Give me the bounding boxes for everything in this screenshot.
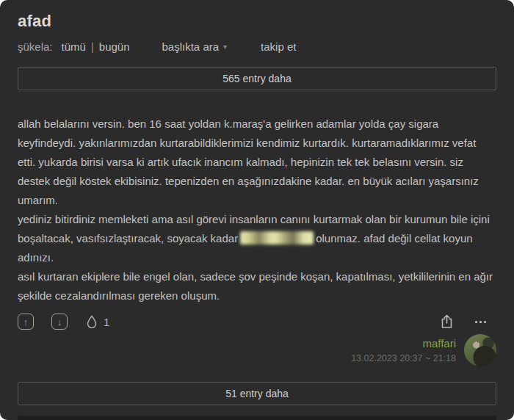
entry-paragraph: allah belalarını versin. ben 16 saat yol… [18,115,496,210]
search-in-topic-label: başlıkta ara [162,40,220,53]
more-options-button[interactable] [475,321,486,323]
dots-icon [475,321,477,323]
favorite-drop-icon [87,315,97,328]
arrow-up-icon: ↑ [23,317,29,327]
author-link[interactable]: maffari [351,337,456,350]
entry-paragraph: asıl kurtaran ekiplere bile engel olan, … [18,267,496,305]
filter-label: şükela: [18,40,53,53]
more-entries-bottom-button[interactable]: 51 entry daha [18,382,496,405]
more-entries-top-button[interactable]: 565 entry daha [18,67,496,90]
follow-topic-button[interactable]: takip et [261,40,296,53]
entry-tools [441,314,496,329]
entry-content: allah belalarını versin. ben 16 saat yol… [18,115,496,305]
page-title: afad [18,12,496,31]
author-meta: maffari 13.02.2023 20:37 ~ 21:18 [351,337,456,363]
favorite-group[interactable]: 1 [87,315,109,328]
entry-timestamp[interactable]: 13.02.2023 20:37 ~ 21:18 [351,353,456,363]
arrow-down-icon: ↓ [57,317,62,327]
redacted-text [240,231,314,245]
downvote-button[interactable]: ↓ [51,314,68,330]
upvote-button[interactable]: ↑ [18,314,34,330]
filter-bar: şükela: tümü | bugün başlıkta ara ▾ taki… [18,40,496,53]
share-button[interactable] [441,314,453,329]
dots-icon [479,321,482,323]
favorite-count: 1 [104,316,109,328]
next-entry-block [18,416,496,420]
entry-paragraph: yediniz bitirdiniz memleketi ama asıl gö… [18,210,496,267]
avatar[interactable] [464,334,496,366]
dots-icon [484,321,486,323]
filter-option-all[interactable]: tümü [62,40,86,53]
filter-divider: | [91,40,94,53]
topic-page: afad şükela: tümü | bugün başlıkta ara ▾… [0,0,514,420]
search-in-topic-dropdown[interactable]: başlıkta ara ▾ [162,40,228,53]
author-row: maffari 13.02.2023 20:37 ~ 21:18 [18,334,496,366]
share-icon [441,314,453,329]
vote-actions: ↑ ↓ 1 [18,314,109,330]
filter-option-today[interactable]: bugün [99,40,130,53]
entry-actions: ↑ ↓ 1 [18,314,496,330]
chevron-down-icon: ▾ [223,43,227,51]
